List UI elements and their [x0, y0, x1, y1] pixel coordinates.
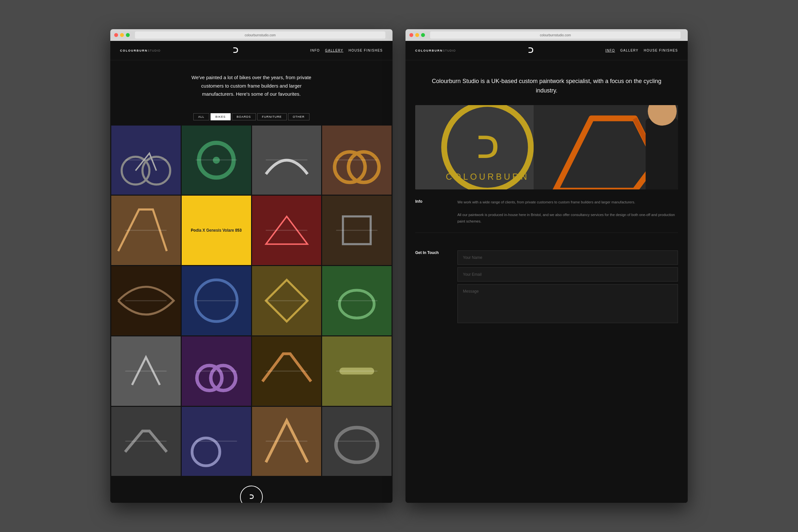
grid-cell-14[interactable] — [182, 336, 251, 406]
navbar-container-2: COLOURBURNSTUDIO ᑐ INFO GALLERY HOUSE FI… — [415, 46, 678, 55]
info-para-2: All our paintwork is produced in-house h… — [457, 212, 678, 225]
url-text-2: colourburnstudio.com — [540, 33, 571, 37]
center-logo-2: ᑐ — [528, 46, 533, 55]
address-bar-2[interactable]: colourburnstudio.com — [430, 32, 681, 39]
nav-house-finishes-2[interactable]: HOUSE FINISHES — [644, 49, 678, 52]
message-input[interactable] — [457, 284, 678, 323]
traffic-light-green-2[interactable] — [421, 33, 425, 37]
center-logo-1: ᑐ — [233, 46, 238, 55]
grid-cell-16[interactable] — [322, 336, 392, 406]
grid-cell-3[interactable] — [252, 126, 321, 195]
grid-cell-10[interactable] — [182, 266, 251, 336]
url-text-1: colourburnstudio.com — [245, 33, 276, 37]
svg-rect-24 — [252, 336, 321, 406]
info-label-about: Info — [415, 199, 448, 225]
svg-rect-38 — [646, 118, 678, 189]
nav-info-2[interactable]: INFO — [605, 49, 615, 52]
svg-rect-17 — [252, 266, 321, 336]
svg-point-5 — [213, 157, 220, 164]
filter-boards[interactable]: BOARDS — [232, 113, 256, 120]
svg-rect-18 — [322, 266, 392, 336]
nav-gallery-2[interactable]: GALLERY — [620, 49, 639, 52]
svg-rect-27 — [111, 407, 181, 476]
main-image-right-panel — [534, 105, 678, 189]
traffic-light-yellow-2[interactable] — [415, 33, 419, 37]
contact-row: Get in touch — [415, 250, 678, 335]
nav-info-1[interactable]: INFO — [310, 49, 320, 52]
grid-cell-13[interactable] — [111, 336, 181, 406]
nav-gallery-1[interactable]: GALLERY — [325, 49, 343, 52]
hero-section-gallery: We've painted a lot of bikes over the ye… — [110, 60, 393, 108]
grid-cell-20[interactable] — [322, 407, 392, 476]
filter-other[interactable]: OTHER — [288, 113, 310, 120]
email-input[interactable] — [457, 267, 678, 282]
svg-rect-11 — [252, 196, 321, 265]
svg-rect-0 — [111, 126, 181, 195]
filter-furniture[interactable]: FURNITURE — [257, 113, 287, 120]
grid-cell-19[interactable] — [252, 407, 321, 476]
grid-cell-label[interactable]: Podia X Genesis Volare 853 — [182, 196, 251, 265]
info-para-1: We work with a wide range of clients, fr… — [457, 199, 678, 206]
svg-text:ᑐ: ᑐ — [477, 132, 498, 164]
main-image: ᑐ COLOURBURN — [415, 105, 678, 189]
grid-cell-9[interactable] — [111, 266, 181, 336]
browser-window-gallery: colourburnstudio.com COLOURBURNSTUDIO ᑐ … — [110, 29, 393, 503]
nav-links-1: INFO GALLERY HOUSE FINISHES — [310, 49, 383, 52]
grid-cell-18[interactable] — [182, 407, 251, 476]
info-hero-text: Colourburn Studio is a UK-based custom p… — [432, 77, 662, 95]
name-input[interactable] — [457, 250, 678, 265]
svg-rect-26 — [340, 367, 374, 374]
nav-house-finishes-1[interactable]: HOUSE FINISHES — [349, 49, 383, 52]
grid-cell-15[interactable] — [252, 336, 321, 406]
info-row-about: Info We work with a wide range of client… — [415, 199, 678, 233]
browser-window-info: colourburnstudio.com COLOURBURNSTUDIO ᑐ … — [405, 29, 688, 503]
browser-chrome-1: colourburnstudio.com — [110, 29, 393, 41]
svg-rect-25 — [322, 336, 392, 406]
traffic-light-red-1[interactable] — [114, 33, 118, 37]
grid-cell-1[interactable] — [111, 126, 181, 195]
traffic-light-yellow-1[interactable] — [120, 33, 124, 37]
browser-chrome-2: colourburnstudio.com — [405, 29, 688, 41]
hero-text-gallery: We've painted a lot of bikes over the ye… — [190, 73, 313, 98]
footer-logo: ᑐ — [240, 486, 263, 503]
grid-cell-8[interactable] — [322, 196, 392, 265]
filter-all[interactable]: ALL — [193, 113, 209, 120]
svg-rect-14 — [111, 266, 181, 336]
brand-section-1: COLOURBURNSTUDIO — [120, 49, 160, 52]
contact-label: Get in touch — [415, 250, 448, 255]
svg-rect-31 — [322, 407, 392, 476]
grid-cell-2[interactable] — [182, 126, 251, 195]
brand-section-2: COLOURBURNSTUDIO — [415, 49, 456, 52]
brand-sub-1: STUDIO — [148, 49, 160, 52]
navbar-container-1: COLOURBURNSTUDIO ᑐ INFO GALLERY HOUSE FI… — [120, 46, 383, 55]
contact-section: Get in touch — [405, 250, 688, 335]
filter-bar: ALL BIKES BOARDS FURNITURE OTHER — [110, 108, 393, 126]
photo-grid: Podia X Genesis Volare 853 — [110, 126, 393, 476]
brand-sub-2: STUDIO — [443, 49, 456, 52]
svg-rect-28 — [182, 407, 251, 476]
filter-bikes[interactable]: BIKES — [211, 113, 231, 120]
desktop: colourburnstudio.com COLOURBURNSTUDIO ᑐ … — [0, 0, 798, 532]
grid-cell-12[interactable] — [322, 266, 392, 336]
svg-rect-15 — [182, 266, 251, 336]
footer-logo-c: ᑐ — [249, 493, 254, 500]
site-content-gallery: COLOURBURNSTUDIO ᑐ INFO GALLERY HOUSE FI… — [110, 41, 393, 503]
grid-cell-4[interactable] — [322, 126, 392, 195]
grid-cell-7[interactable] — [252, 196, 321, 265]
contact-form — [457, 250, 678, 327]
svg-rect-20 — [111, 336, 181, 406]
svg-text:COLOURBURN: COLOURBURN — [446, 172, 529, 182]
svg-rect-6 — [252, 126, 321, 195]
address-bar-1[interactable]: colourburnstudio.com — [135, 32, 385, 39]
svg-rect-3 — [182, 126, 251, 195]
svg-rect-30 — [252, 407, 321, 476]
info-body-about: We work with a wide range of clients, fr… — [457, 199, 678, 225]
main-image-container: ᑐ COLOURBURN — [405, 105, 688, 189]
footer-gallery: ᑐ Get in touch for further details, or t… — [110, 476, 393, 503]
grid-cell-11[interactable] — [252, 266, 321, 336]
grid-cell-5[interactable] — [111, 196, 181, 265]
traffic-light-red-2[interactable] — [410, 33, 413, 37]
traffic-light-green-1[interactable] — [126, 33, 130, 37]
grid-cell-17[interactable] — [111, 407, 181, 476]
brand-label-2: COLOURBURN — [415, 49, 443, 52]
